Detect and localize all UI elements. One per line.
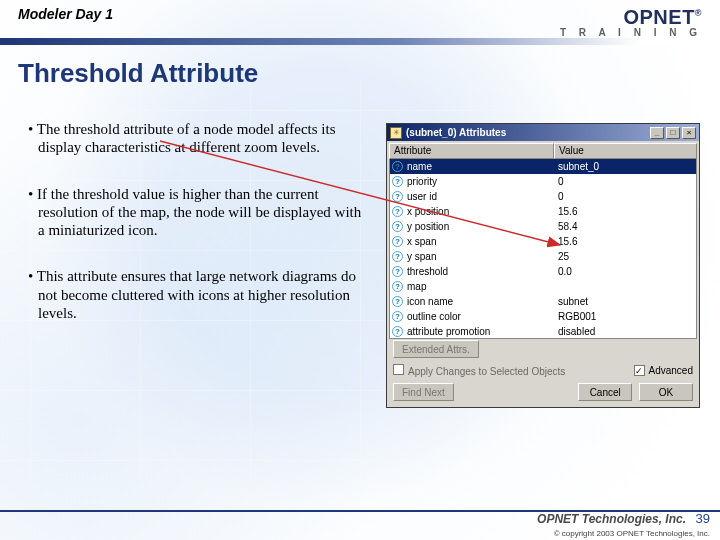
- attr-name: map: [407, 281, 426, 292]
- find-next-button[interactable]: Find Next: [393, 383, 454, 401]
- help-icon[interactable]: ?: [392, 176, 403, 187]
- attr-name: outline color: [407, 311, 461, 322]
- attributes-dialog: ✳ (subnet_0) Attributes _ □ × Attribute …: [386, 123, 700, 408]
- attr-cell: ?threshold: [390, 266, 554, 277]
- help-icon[interactable]: ?: [392, 296, 403, 307]
- attr-value[interactable]: 0: [554, 191, 696, 202]
- course-label: Modeler Day 1: [18, 6, 113, 22]
- close-icon[interactable]: ×: [682, 127, 696, 139]
- cancel-button[interactable]: Cancel: [578, 383, 632, 401]
- attr-value[interactable]: 15.6: [554, 206, 696, 217]
- attr-cell: ?name: [390, 161, 554, 172]
- attr-value[interactable]: 15.6: [554, 236, 696, 247]
- apply-changes-checkbox[interactable]: Apply Changes to Selected Objects: [393, 364, 565, 377]
- minimize-icon[interactable]: _: [650, 127, 664, 139]
- attr-cell: ?x position: [390, 206, 554, 217]
- ok-button[interactable]: OK: [639, 383, 693, 401]
- help-icon[interactable]: ?: [392, 281, 403, 292]
- table-row[interactable]: ?priority0: [390, 174, 696, 189]
- help-icon[interactable]: ?: [392, 221, 403, 232]
- table-row[interactable]: ?y span25: [390, 249, 696, 264]
- table-row[interactable]: ?threshold0.0: [390, 264, 696, 279]
- table-row[interactable]: ?icon namesubnet: [390, 294, 696, 309]
- help-icon[interactable]: ?: [392, 251, 403, 262]
- attr-name: x position: [407, 206, 449, 217]
- slide-title: Threshold Attribute: [18, 58, 258, 89]
- table-row[interactable]: ?user id0: [390, 189, 696, 204]
- attr-value[interactable]: 0.0: [554, 266, 696, 277]
- extended-attrs-button[interactable]: Extended Attrs.: [393, 340, 479, 358]
- help-icon[interactable]: ?: [392, 206, 403, 217]
- attribute-grid[interactable]: ?namesubnet_0?priority0?user id0?x posit…: [389, 159, 697, 339]
- attr-cell: ?outline color: [390, 311, 554, 322]
- brand-logo: OPNET® T R A I N I N G: [560, 6, 702, 38]
- attr-name: x span: [407, 236, 436, 247]
- attr-value[interactable]: subnet_0: [554, 161, 696, 172]
- table-row[interactable]: ?map: [390, 279, 696, 294]
- help-icon[interactable]: ?: [392, 191, 403, 202]
- attr-value[interactable]: 58.4: [554, 221, 696, 232]
- attr-name: y span: [407, 251, 436, 262]
- attr-value[interactable]: 0: [554, 176, 696, 187]
- bullet-item: If the threshold value is higher than th…: [28, 185, 363, 240]
- attr-cell: ?map: [390, 281, 554, 292]
- brand-name: OPNET: [623, 6, 694, 28]
- help-icon[interactable]: ?: [392, 311, 403, 322]
- maximize-icon[interactable]: □: [666, 127, 680, 139]
- apply-changes-label: Apply Changes to Selected Objects: [408, 366, 565, 377]
- attr-name: priority: [407, 176, 437, 187]
- attr-name: user id: [407, 191, 437, 202]
- col-value[interactable]: Value: [554, 143, 697, 159]
- attr-cell: ?x span: [390, 236, 554, 247]
- attr-value[interactable]: subnet: [554, 296, 696, 307]
- table-row[interactable]: ?x span15.6: [390, 234, 696, 249]
- page-number: 39: [696, 511, 710, 526]
- table-row[interactable]: ?x position15.6: [390, 204, 696, 219]
- advanced-checkbox[interactable]: ✓Advanced: [634, 365, 693, 377]
- bullet-item: This attribute ensures that large networ…: [28, 267, 363, 322]
- grid-header: Attribute Value: [389, 143, 697, 159]
- attr-value[interactable]: 25: [554, 251, 696, 262]
- dialog-title: (subnet_0) Attributes: [406, 127, 650, 138]
- bullet-item: The threshold attribute of a node model …: [28, 120, 363, 157]
- attr-name: icon name: [407, 296, 453, 307]
- help-icon[interactable]: ?: [392, 236, 403, 247]
- brand-subtitle: T R A I N I N G: [560, 27, 702, 38]
- attr-cell: ?priority: [390, 176, 554, 187]
- table-row[interactable]: ?y position58.4: [390, 219, 696, 234]
- attr-value[interactable]: RGB001: [554, 311, 696, 322]
- help-icon[interactable]: ?: [392, 266, 403, 277]
- registered-mark: ®: [695, 8, 702, 18]
- help-icon[interactable]: ?: [392, 161, 403, 172]
- bullet-list: The threshold attribute of a node model …: [28, 120, 363, 350]
- footer-brand: OPNET Technologies, Inc.: [537, 512, 686, 526]
- table-row[interactable]: ?namesubnet_0: [390, 159, 696, 174]
- attr-name: name: [407, 161, 432, 172]
- attr-name: threshold: [407, 266, 448, 277]
- dialog-icon: ✳: [390, 127, 402, 139]
- col-attribute[interactable]: Attribute: [389, 143, 554, 159]
- attr-name: y position: [407, 221, 449, 232]
- attr-cell: ?y position: [390, 221, 554, 232]
- attr-cell: ?y span: [390, 251, 554, 262]
- dialog-titlebar[interactable]: ✳ (subnet_0) Attributes _ □ ×: [387, 124, 699, 141]
- table-row[interactable]: ?outline colorRGB001: [390, 309, 696, 324]
- copyright: © copyright 2003 OPNET Technologies, Inc…: [554, 529, 710, 538]
- attr-cell: ?user id: [390, 191, 554, 202]
- advanced-label: Advanced: [649, 365, 693, 376]
- attr-cell: ?icon name: [390, 296, 554, 307]
